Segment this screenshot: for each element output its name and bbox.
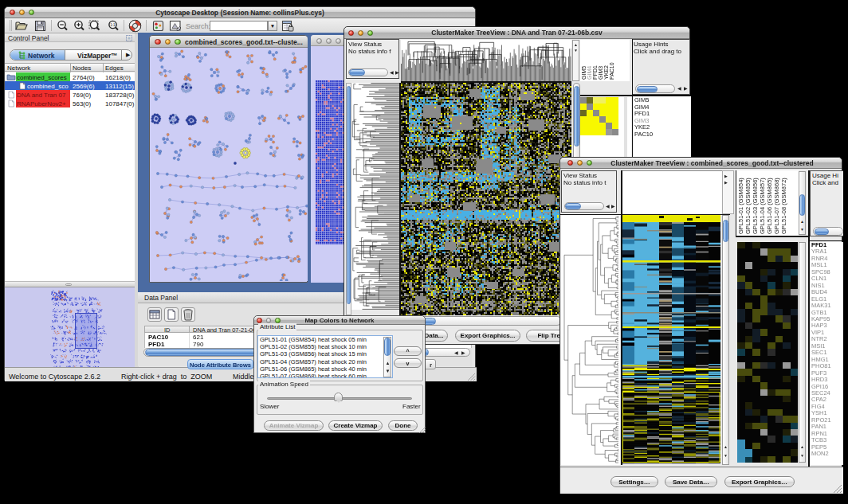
svg-text:1:1: 1:1 — [110, 23, 116, 27]
